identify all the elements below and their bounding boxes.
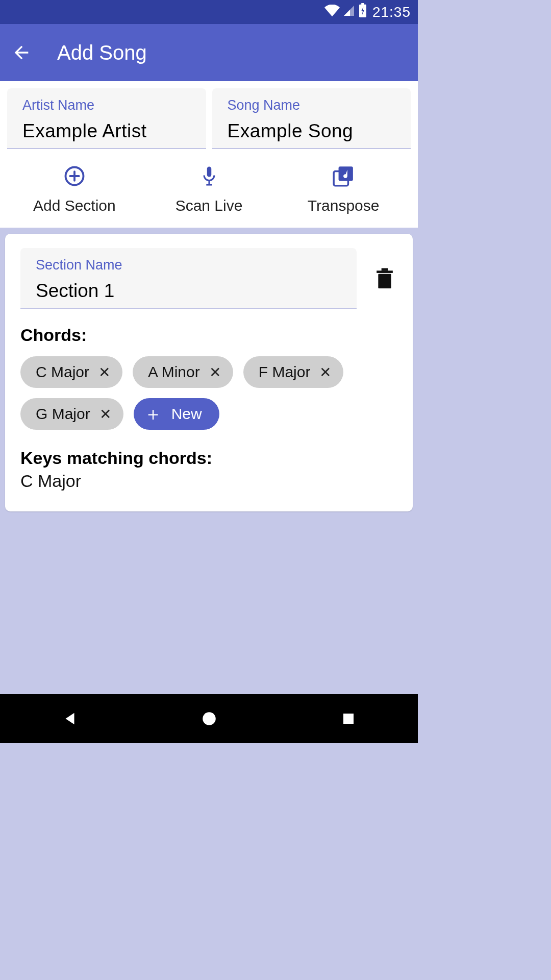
nav-recents-button[interactable] [336,706,361,731]
app-bar: Add Song [0,24,418,81]
android-nav-bar [0,694,418,743]
plus-circle-icon [64,165,85,187]
nav-back-button[interactable] [57,706,83,731]
svg-rect-10 [382,268,388,271]
chord-chip[interactable]: A Minor ✕ [133,356,233,388]
new-chord-button[interactable]: ＋ New [134,398,219,430]
chord-chip[interactable]: C Major ✕ [20,356,122,388]
new-chord-label: New [171,405,202,423]
section-name-value: Section 1 [36,280,341,302]
scan-live-button[interactable]: Scan Live [142,158,277,228]
add-section-button[interactable]: Add Section [7,158,142,228]
chords-heading: Chords: [20,325,397,345]
scan-live-label: Scan Live [176,197,243,214]
transpose-button[interactable]: Transpose [276,158,411,228]
svg-rect-1 [361,3,364,5]
page-title: Add Song [57,41,147,64]
top-panel: Artist Name Example Artist Song Name Exa… [0,81,418,228]
add-section-label: Add Section [33,197,116,214]
svg-rect-8 [378,274,391,288]
section-name-field[interactable]: Section Name Section 1 [20,248,357,309]
chord-chip-label: F Major [259,363,311,381]
close-icon[interactable]: ✕ [98,364,110,381]
microphone-icon [201,165,218,187]
keys-heading: Keys matching chords: [20,448,397,468]
battery-charging-icon [358,3,367,21]
section-name-label: Section Name [36,257,341,273]
artist-name-value: Example Artist [22,120,191,142]
delete-section-button[interactable] [372,266,397,291]
song-name-value: Example Song [228,120,396,142]
artist-name-label: Artist Name [22,97,191,113]
status-icons [324,3,367,21]
content-area: Section Name Section 1 Chords: C Major ✕… [0,228,418,518]
song-name-field[interactable]: Song Name Example Song [212,88,411,149]
chord-chip[interactable]: F Major ✕ [243,356,344,388]
chord-chip[interactable]: G Major ✕ [20,398,123,430]
transpose-label: Transpose [308,197,380,214]
action-row: Add Section Scan Live Transpose [7,158,411,228]
status-time: 21:35 [372,4,411,20]
close-icon[interactable]: ✕ [99,406,111,423]
chord-chip-label: A Minor [148,363,200,381]
artist-name-field[interactable]: Artist Name Example Artist [7,88,206,149]
song-name-label: Song Name [228,97,396,113]
music-note-icon [332,165,355,187]
svg-point-11 [203,712,216,725]
section-card: Section Name Section 1 Chords: C Major ✕… [5,234,413,511]
chord-chip-list: C Major ✕ A Minor ✕ F Major ✕ G Major ✕ … [20,356,397,430]
wifi-icon [324,4,340,20]
status-bar: 21:35 [0,0,418,24]
svg-rect-3 [207,167,211,177]
back-button[interactable] [10,41,33,64]
close-icon[interactable]: ✕ [209,364,221,381]
cell-signal-icon [343,4,355,20]
svg-rect-9 [377,271,393,273]
nav-home-button[interactable] [196,706,222,731]
chord-chip-label: G Major [36,405,90,423]
close-icon[interactable]: ✕ [319,364,331,381]
chord-chip-label: C Major [36,363,89,381]
keys-value: C Major [20,471,397,491]
svg-rect-12 [343,714,354,724]
svg-rect-7 [339,166,353,181]
